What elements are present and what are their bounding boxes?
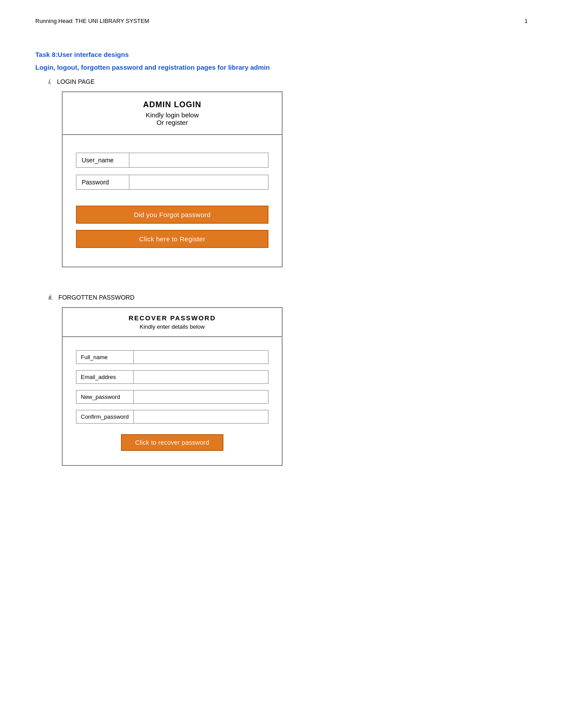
- email-label: Email_addres: [76, 371, 134, 383]
- login-roman: i.: [49, 78, 52, 85]
- login-title: ADMIN LOGIN: [72, 100, 273, 109]
- forgot-password-button[interactable]: Did you Forgot password: [76, 206, 268, 224]
- password-input[interactable]: [129, 175, 268, 189]
- login-subtitle2: Or register: [72, 119, 273, 126]
- forgotten-box-body: Full_name Email_addres New_password Conf…: [63, 337, 282, 465]
- login-label: LOGIN PAGE: [57, 78, 94, 85]
- forgotten-box-header: RECOVER PASSWORD Kindly enter details be…: [63, 308, 282, 337]
- login-box: ADMIN LOGIN Kindly login below Or regist…: [62, 91, 283, 267]
- confirm-password-input[interactable]: [134, 410, 268, 423]
- page-number: 1: [525, 18, 528, 24]
- login-box-body: User_name Password Did you Forgot passwo…: [63, 135, 282, 266]
- forgotten-roman: ii.: [49, 294, 53, 301]
- password-label: Password: [76, 175, 129, 189]
- recover-subtitle: Kindly enter details below: [72, 323, 273, 330]
- confirm-password-label: Confirm_password: [76, 410, 134, 423]
- recover-btn-row: Click to recover password: [76, 434, 268, 451]
- running-head-text: Running Head: THE UNI LIBRARY SYSTEM: [35, 18, 149, 24]
- confirm-password-field-row: Confirm_password: [76, 410, 268, 424]
- fullname-field-row: Full_name: [76, 350, 268, 364]
- task-heading: Task 8:User interface designs: [35, 51, 528, 58]
- email-field-row: Email_addres: [76, 370, 268, 384]
- section-heading: Login, logout, forgotten password and re…: [35, 64, 528, 71]
- running-head: Running Head: THE UNI LIBRARY SYSTEM 1: [35, 18, 528, 24]
- forgotten-label: FORGOTTEN PASSWORD: [58, 294, 134, 301]
- fullname-label: Full_name: [76, 351, 134, 364]
- new-password-input[interactable]: [134, 390, 268, 403]
- login-box-header: ADMIN LOGIN Kindly login below Or regist…: [63, 92, 282, 135]
- fullname-input[interactable]: [134, 351, 268, 364]
- username-input[interactable]: [129, 153, 268, 167]
- username-label: User_name: [76, 153, 129, 167]
- login-subtitle1: Kindly login below: [72, 111, 273, 119]
- recover-password-button[interactable]: Click to recover password: [121, 434, 223, 451]
- recover-title: RECOVER PASSWORD: [72, 314, 273, 322]
- new-password-label: New_password: [76, 390, 134, 403]
- forgotten-box: RECOVER PASSWORD Kindly enter details be…: [62, 307, 283, 466]
- new-password-field-row: New_password: [76, 390, 268, 404]
- register-button[interactable]: Click here to Register: [76, 230, 268, 248]
- login-section-header: i. LOGIN PAGE: [49, 78, 528, 85]
- password-field-row: Password: [76, 175, 268, 190]
- email-input[interactable]: [134, 371, 268, 383]
- forgotten-section-header: ii. FORGOTTEN PASSWORD: [49, 294, 528, 301]
- username-field-row: User_name: [76, 153, 268, 168]
